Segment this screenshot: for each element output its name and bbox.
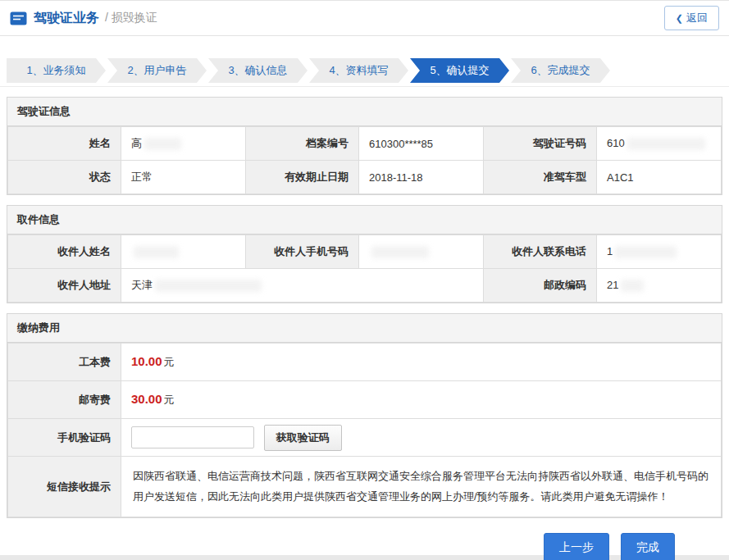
field-label-address: 收件人地址	[8, 269, 121, 303]
fee-unit: 元	[164, 394, 175, 406]
field-value-file-number: 610300****85	[359, 127, 484, 161]
field-label-recipient-phone: 收件人联系电话	[484, 235, 597, 269]
step-5-confirm-submit: 5、确认提交	[410, 58, 509, 83]
field-label-recipient-mobile: 收件人手机号码	[246, 235, 359, 269]
field-label-postage-fee: 邮寄费	[8, 381, 121, 419]
field-text: 正常	[131, 171, 153, 183]
field-value-zip: 21	[597, 269, 722, 303]
sms-notice-text: 因陕西省联通、电信运营商技术问题，陕西省互联网交通安全综合服务管理平台无法向持陕…	[121, 457, 722, 517]
get-captcha-button[interactable]: 获取验证码	[264, 425, 342, 451]
step-3-confirm-info: 3、确认信息	[208, 58, 308, 83]
field-value-recipient-phone: 1	[597, 235, 722, 269]
page: 驾驶证业务 / 损毁换证 ❮ 返回 1、业务须知 2、用户申告 3、确认信息 4…	[0, 0, 729, 555]
field-value-recipient-name	[121, 235, 246, 269]
field-label-recipient-name: 收件人姓名	[8, 235, 121, 269]
previous-step-button[interactable]: 上一步	[544, 533, 609, 560]
license-info-section: 驾驶证信息 姓名 高 档案编号 610300****85 驾驶证号码 610 状…	[7, 97, 722, 195]
step-2-declaration: 2、用户申告	[107, 58, 207, 83]
table-row: 姓名 高 档案编号 610300****85 驾驶证号码 610	[8, 127, 722, 161]
chevron-left-icon: ❮	[676, 14, 683, 23]
redacted-area	[621, 280, 644, 292]
field-text: 21	[607, 279, 618, 291]
step-4-fill-data: 4、资料填写	[309, 58, 408, 83]
field-label-vehicle-class: 准驾车型	[484, 161, 597, 194]
breadcrumb-subtitle: / 损毁换证	[105, 11, 157, 25]
step-wizard-bar: 1、业务须知 2、用户申告 3、确认信息 4、资料填写 5、确认提交 6、完成提…	[0, 36, 729, 87]
redacted-area	[134, 246, 179, 258]
field-value-postage-fee: 30.00元	[121, 381, 722, 419]
table-row: 短信接收提示 因陕西省联通、电信运营商技术问题，陕西省互联网交通安全综合服务管理…	[8, 457, 722, 517]
redacted-area	[627, 138, 705, 150]
field-label-license-number: 驾驶证号码	[484, 127, 597, 161]
back-button[interactable]: ❮ 返回	[664, 6, 719, 30]
back-button-label: 返回	[686, 11, 708, 25]
pickup-info-table: 收件人姓名 收件人手机号码 收件人联系电话 1 收件人地址 天津 邮政编码	[7, 234, 722, 303]
field-value-address: 天津	[121, 269, 484, 303]
page-viewport: 驾驶证业务 / 损毁换证 ❮ 返回 1、业务须知 2、用户申告 3、确认信息 4…	[0, 0, 729, 560]
table-row: 工本费 10.00元	[8, 344, 722, 381]
redacted-area	[155, 280, 262, 292]
field-label-captcha: 手机验证码	[8, 419, 121, 457]
table-row: 邮寄费 30.00元	[8, 381, 722, 419]
field-value-license-number: 610	[597, 127, 722, 161]
license-info-table: 姓名 高 档案编号 610300****85 驾驶证号码 610 状态 正常 有…	[7, 126, 722, 194]
field-value-vehicle-class: A1C1	[597, 161, 722, 194]
fee-unit: 元	[164, 356, 175, 368]
finish-button[interactable]: 完成	[621, 533, 675, 560]
header-bar: 驾驶证业务 / 损毁换证 ❮ 返回	[0, 1, 729, 36]
section-title: 缴纳费用	[7, 314, 722, 343]
field-label-name: 姓名	[8, 127, 121, 161]
redacted-area	[615, 246, 677, 258]
redacted-area	[144, 138, 181, 150]
field-text: 610	[607, 137, 625, 149]
field-text: 高	[131, 137, 142, 149]
captcha-input[interactable]	[131, 426, 254, 448]
field-label-status: 状态	[8, 161, 121, 194]
field-value-captcha: 获取验证码	[121, 419, 722, 457]
table-row: 收件人地址 天津 邮政编码 21	[8, 269, 722, 303]
field-text: 610300****85	[369, 138, 433, 150]
field-value-expiry: 2018-11-18	[359, 161, 484, 194]
field-label-sms-notice: 短信接收提示	[8, 457, 121, 517]
section-title: 取件信息	[7, 206, 722, 234]
field-text: A1C1	[607, 171, 634, 184]
page-title: 驾驶证业务	[34, 10, 99, 27]
fees-table: 工本费 10.00元 邮寄费 30.00元 手机验证码 获取验证码 短信接收提	[7, 343, 722, 517]
field-text: 天津	[131, 279, 153, 291]
field-value-name: 高	[121, 127, 246, 161]
table-row: 手机验证码 获取验证码	[8, 419, 722, 457]
table-row: 收件人姓名 收件人手机号码 收件人联系电话 1	[8, 235, 722, 269]
field-label-expiry: 有效期止日期	[246, 161, 359, 194]
step-1-notice: 1、业务须知	[7, 58, 106, 83]
footer-actions: 上一步 完成	[0, 533, 729, 560]
fees-section: 缴纳费用 工本费 10.00元 邮寄费 30.00元 手机验证码 获取验证码	[7, 313, 722, 518]
table-row: 状态 正常 有效期止日期 2018-11-18 准驾车型 A1C1	[8, 161, 722, 194]
section-title: 驾驶证信息	[7, 98, 722, 126]
field-value-status: 正常	[121, 161, 246, 194]
step-6-complete: 6、完成提交	[511, 58, 610, 83]
step-wizard: 1、业务须知 2、用户申告 3、确认信息 4、资料填写 5、确认提交 6、完成提…	[7, 58, 722, 83]
field-label-file-number: 档案编号	[246, 127, 359, 161]
field-text: 1	[607, 245, 613, 257]
field-value-production-fee: 10.00元	[121, 344, 722, 381]
field-label-zip: 邮政编码	[484, 269, 597, 303]
field-value-recipient-mobile	[359, 235, 484, 269]
redacted-area	[371, 246, 429, 258]
field-text: 2018-11-18	[369, 171, 423, 184]
fee-amount: 30.00	[131, 392, 162, 406]
pickup-info-section: 取件信息 收件人姓名 收件人手机号码 收件人联系电话 1 收件人地址	[7, 205, 722, 303]
fee-amount: 10.00	[131, 354, 162, 368]
field-label-production-fee: 工本费	[8, 344, 121, 381]
license-card-icon	[10, 11, 27, 25]
